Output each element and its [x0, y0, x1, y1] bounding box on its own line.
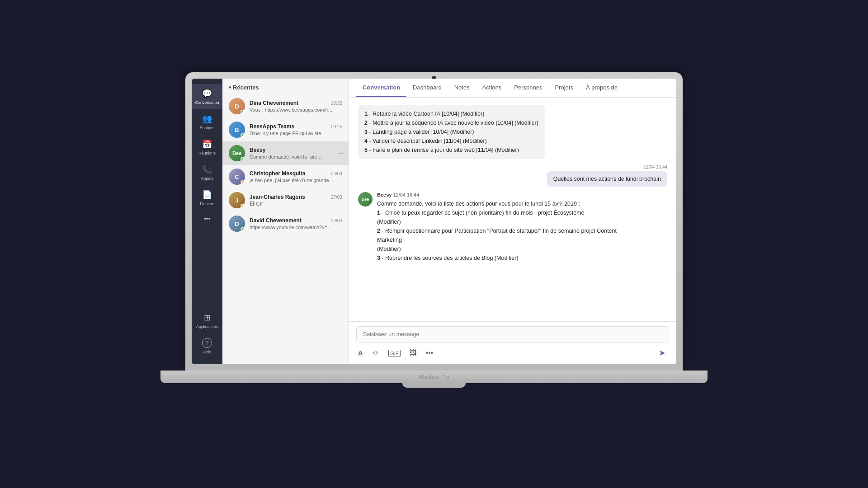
- gif-button[interactable]: GIF: [387, 347, 402, 359]
- msg-line-1: 1 - Refaire la vidéo Cartoon IA [10/04] …: [364, 109, 538, 118]
- chat-item-david[interactable]: D David Chevenement 20/03 https://www.yo…: [222, 212, 349, 235]
- msg-line-4: 4 - Valider le descriptif Linkedin [11/0…: [364, 136, 538, 145]
- rail-item-conversation[interactable]: 💬 Conversation: [192, 84, 222, 109]
- chat-info-jean-charles: Jean-Charles Ragons 27/03 🎞 GIF: [250, 194, 342, 206]
- chat-item-beesy[interactable]: Bee Beesy Comme demandé, voici la liste …: [222, 141, 349, 165]
- emoji-button[interactable]: ☺: [370, 347, 381, 359]
- avatar-beesy: Bee: [229, 145, 245, 161]
- chat-info-beesy: Beesy Comme demandé, voici la liste ...: [250, 147, 342, 160]
- chat-time-christopher: 03/04: [331, 171, 342, 176]
- avatar-jean-charles: J: [229, 192, 245, 208]
- chat-name-jean-charles: Jean-Charles Ragons: [250, 194, 305, 200]
- chat-name-row-dina: Dina Chevenement 10:32: [250, 100, 342, 106]
- outgoing-time: 12/04 16:44: [643, 164, 667, 169]
- avatar-dina: D: [229, 98, 245, 114]
- reunions-icon: 📅: [202, 139, 212, 149]
- macbook-base: [160, 371, 708, 383]
- rail-item-fichiers[interactable]: 📄 Fichiers: [192, 185, 222, 211]
- rail-item-applications[interactable]: ⊞ Applications: [192, 308, 222, 333]
- tab-notes[interactable]: Notes: [448, 79, 476, 97]
- format-icon: A: [358, 349, 363, 357]
- toolbar-left: A ☺ GIF 🖼: [356, 347, 435, 359]
- status-beesy: [241, 157, 245, 161]
- rail-label-reunions: Réunions: [198, 151, 216, 155]
- chat-item-beesapps-teams[interactable]: B BeesApps Teams 09:25 Dina: il y une pa…: [222, 118, 349, 141]
- toolbar-more-icon: •••: [426, 349, 434, 357]
- tab-actions[interactable]: Actions: [476, 79, 508, 97]
- status-david: [241, 227, 245, 231]
- rail-item-more[interactable]: •••: [192, 211, 222, 227]
- msg-intro: Comme demandé, voici la liste des action…: [377, 201, 580, 207]
- tabs-bar: Conversation Dashboard Notes Actions Per…: [349, 79, 676, 98]
- send-icon: ➤: [659, 348, 665, 357]
- chat-list-panel: ▾ Récentes D Dina Chevenement 10:32: [222, 79, 349, 364]
- chat-name-beesy: Beesy: [250, 147, 265, 153]
- toolbar-more-button[interactable]: •••: [424, 347, 435, 359]
- more-dots-icon: •••: [204, 215, 211, 222]
- rail-label-appels: Appels: [201, 176, 213, 181]
- msg-body-beesy: Beesy 12/04 16:44 Comme demandé, voici l…: [377, 192, 621, 263]
- message-input[interactable]: [356, 326, 669, 343]
- macbook-screen: 💬 Conversation 👥 Équipes 📅 Réunions 📞 Ap…: [192, 79, 676, 364]
- chat-time-david: 20/03: [331, 218, 342, 223]
- rail-item-appels[interactable]: 📞 Appels: [192, 160, 222, 185]
- beesy-avatar-msg: Bee: [358, 192, 373, 206]
- chat-list-header: ▾ Récentes: [222, 79, 349, 94]
- status-christopher: [241, 180, 245, 184]
- send-button[interactable]: ➤: [655, 346, 669, 360]
- message-partial: 1 - Refaire la vidéo Cartoon IA [10/04] …: [358, 105, 545, 159]
- sticker-button[interactable]: 🖼: [408, 347, 419, 359]
- tab-dashboard[interactable]: Dashboard: [406, 79, 448, 97]
- rail-label-equipes: Équipes: [200, 126, 215, 130]
- equipes-icon: 👥: [202, 114, 212, 124]
- chat-preview-dina: Vous : https://www.beesapps.com/fr...: [250, 107, 342, 113]
- tab-projets[interactable]: Projets: [548, 79, 579, 97]
- chat-name-christopher: Christopher Mesquita: [250, 170, 305, 177]
- chat-item-jean-charles[interactable]: J Jean-Charles Ragons 27/03 🎞 GIF: [222, 188, 349, 212]
- input-area: A ☺ GIF 🖼: [349, 321, 676, 364]
- chat-list-title: Récentes: [233, 84, 259, 91]
- format-button[interactable]: A: [356, 347, 365, 359]
- msg-line-3: 3 - Landing page à valider [10/04] (Modi…: [364, 127, 538, 136]
- chat-time-jean-charles: 27/03: [331, 195, 342, 200]
- chat-preview-jean-charles: 🎞 GIF: [250, 201, 342, 206]
- rail-label-applications: Applications: [196, 324, 218, 329]
- tab-personnes[interactable]: Personnes: [508, 79, 548, 97]
- messages-area: 1 - Refaire la vidéo Cartoon IA [10/04] …: [349, 98, 676, 321]
- appels-icon: 📞: [202, 164, 212, 174]
- toolbar-row: A ☺ GIF 🖼: [356, 346, 669, 360]
- msg-header-beesy: Beesy 12/04 16:44: [377, 192, 621, 197]
- outgoing-wrapper: 12/04 16:44 Quelles sont mes actions de …: [358, 164, 667, 187]
- rail-item-aide[interactable]: ? Aide: [192, 333, 222, 359]
- teams-app: 💬 Conversation 👥 Équipes 📅 Réunions 📞 Ap…: [192, 79, 676, 364]
- avatar-beesapps-teams: B: [229, 122, 245, 138]
- chat-name-row-christopher: Christopher Mesquita 03/04: [250, 170, 342, 177]
- macbook-container: 💬 Conversation 👥 Équipes 📅 Réunions 📞 Ap…: [185, 72, 683, 416]
- chat-preview-christopher: je t'en prie, j'ai pas été d'une grande …: [250, 178, 342, 183]
- applications-icon: ⊞: [204, 313, 211, 323]
- chat-info-christopher: Christopher Mesquita 03/04 je t'en prie,…: [250, 170, 342, 183]
- chat-info-beesapps-teams: BeesApps Teams 09:25 Dina: il y une page…: [250, 123, 342, 136]
- rail-item-reunions[interactable]: 📅 Réunions: [192, 135, 222, 160]
- status-dina: [241, 110, 245, 114]
- rail-bottom: ⊞ Applications ? Aide: [192, 308, 222, 359]
- rail: 💬 Conversation 👥 Équipes 📅 Réunions 📞 Ap…: [192, 79, 222, 364]
- tab-conversation[interactable]: Conversation: [356, 79, 406, 97]
- chat-time-beesapps-teams: 09:25: [331, 124, 342, 129]
- chat-name-david: David Chevenement: [250, 217, 302, 224]
- rail-item-equipes[interactable]: 👥 Équipes: [192, 109, 222, 135]
- macbook-lid: 💬 Conversation 👥 Équipes 📅 Réunions 📞 Ap…: [185, 72, 683, 371]
- rail-label-conversation: Conversation: [195, 100, 219, 105]
- status-jean-charles: [241, 204, 245, 208]
- chat-name-row-jean-charles: Jean-Charles Ragons 27/03: [250, 194, 342, 200]
- chevron-down-icon: ▾: [229, 85, 231, 90]
- tab-apropos[interactable]: À propos de: [580, 79, 624, 97]
- msg-timestamp-beesy: 12/04 16:44: [393, 192, 419, 197]
- beesy-more-icon[interactable]: ···: [339, 150, 344, 157]
- chat-preview-beesapps-teams: Dina: il y une page FR qui existe: [250, 131, 342, 136]
- incoming-message: Bee Beesy 12/04 16:44 Comme demandé, voi…: [358, 192, 621, 263]
- macbook-notch: [402, 383, 466, 388]
- chat-item-christopher[interactable]: C Christopher Mesquita 03/04 je t'en pri…: [222, 165, 349, 188]
- chat-preview-beesy: Comme demandé, voici la liste ...: [250, 154, 342, 160]
- chat-item-dina[interactable]: D Dina Chevenement 10:32 Vous : https://…: [222, 94, 349, 118]
